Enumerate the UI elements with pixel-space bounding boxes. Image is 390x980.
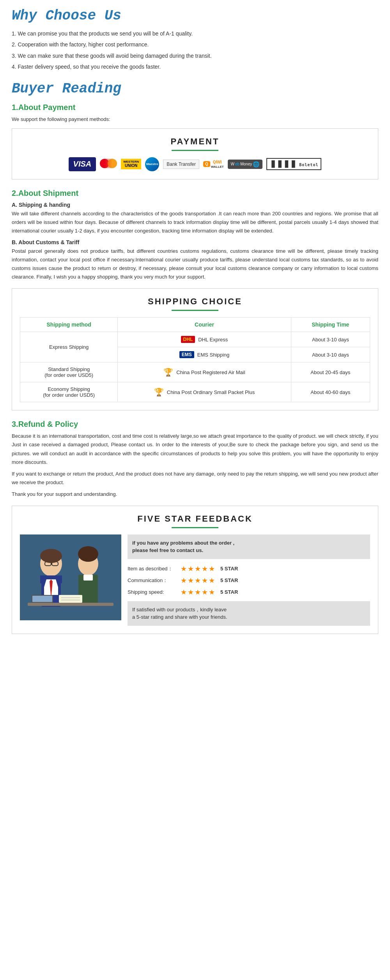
why-choose-us-list: 1. We can promise you that the products … [12, 29, 378, 71]
dhl-courier-cell: DHL DHL Express [118, 332, 291, 347]
economy-time-cell: About 40-60 days [291, 382, 370, 402]
svg-rect-16 [28, 603, 113, 606]
maestro-logo: Maestro [145, 157, 159, 171]
svg-rect-17 [59, 595, 82, 603]
buyer-reading-section: Buyer Reading 1.About Payment We support… [12, 81, 378, 499]
list-item: 1. We can promise you that the products … [12, 29, 378, 38]
shipping-underline [172, 310, 218, 311]
contact-box: if you have any problems about the order… [128, 534, 370, 559]
about-shipment-section: 2.About Shipment A. Shipping & handing W… [12, 189, 378, 411]
feedback-underline [172, 527, 218, 528]
western-union-logo: WESTERN UNION [121, 159, 141, 170]
dhl-name: DHL Express [198, 337, 228, 343]
stars-item: ★★★★★ [181, 565, 216, 573]
shipping-choice-title: SHIPPING CHOICE [20, 296, 370, 307]
five-star-feedback-section: FIVE STAR FEEDBACK [12, 506, 378, 634]
china-post-ordinary-cell: 🏆 China Post Ordinary Small Packet Plus [118, 382, 291, 402]
china-post-ordinary-name: China Post Ordinary Small Packet Plus [167, 389, 255, 395]
star-value-communication: 5 STAR [220, 577, 238, 583]
feedback-title: FIVE STAR FEEDBACK [20, 514, 370, 524]
about-payment-heading: 1.About Payment [12, 103, 378, 112]
payment-underline [172, 150, 218, 151]
payment-logos: VISA WESTERN UNION Maestro Ba [20, 157, 370, 171]
refund-policy-section: 3.Refund & Policy Because it is an inter… [12, 420, 378, 499]
stars-shipping: ★★★★★ [181, 588, 216, 597]
col-shipping-time: Shipping Time [291, 318, 370, 332]
why-choose-us-section: Why Choose Us 1. We can promise you that… [12, 8, 378, 71]
rating-row-communication: Communication： ★★★★★ 5 STAR [128, 576, 370, 585]
china-post-registered-cell: 🏆 China Post Registered Air Mail [118, 362, 291, 382]
about-payment-section: 1.About Payment We support the following… [12, 103, 378, 179]
buyer-reading-title: Buyer Reading [12, 81, 378, 97]
standard-shipping-cell: Standard Shipping(for order over USD5) [20, 362, 118, 382]
ems-time-cell: About 3-10 days [291, 347, 370, 362]
svg-rect-15 [83, 575, 93, 581]
svg-rect-21 [32, 596, 52, 602]
col-shipping-method: Shipping method [20, 318, 118, 332]
rating-label-item: Item as described： [128, 565, 178, 572]
dhl-badge: DHL [181, 336, 195, 343]
svg-rect-0 [20, 534, 121, 620]
visa-logo: VISA [69, 157, 96, 171]
list-item: 3. We can make sure that these goods wil… [12, 51, 378, 60]
table-header-row: Shipping method Courier Shipping Time [20, 318, 370, 332]
bank-transfer-logo: Bank Transfer [163, 160, 199, 169]
rating-label-shipping: Shipping speed: [128, 589, 178, 595]
star-value-item: 5 STAR [220, 566, 238, 572]
rating-row-shipping: Shipping speed: ★★★★★ 5 STAR [128, 588, 370, 597]
rating-row-item: Item as described： ★★★★★ 5 STAR [128, 565, 370, 573]
svg-point-7 [40, 549, 62, 563]
customs-tariff-heading: B. About Customs & Tariff [12, 239, 378, 245]
list-item: 2. Cooperation with the factory, higher … [12, 40, 378, 49]
refund-policy-text3: Thank you for your support and understan… [12, 490, 378, 499]
table-row: Economy Shipping(for order under USD5) 🏆… [20, 382, 370, 402]
qiwi-logo: Q QIWIWALLET [203, 160, 224, 169]
refund-policy-text2: If you want to exchange or return the pr… [12, 470, 378, 487]
list-item: 4. Faster delivery speed, so that you re… [12, 62, 378, 71]
ems-name: EMS Shipping [197, 352, 229, 358]
china-post-icon-2: 🏆 [154, 387, 164, 397]
shipping-handling-text: We will take different channels accordin… [12, 209, 378, 235]
shipping-handling-heading: A. Shipping & handing [12, 202, 378, 208]
feedback-content: if you have any problems about the order… [20, 534, 370, 626]
payment-box: PAYMENT VISA WESTERN UNION [12, 128, 378, 179]
feedback-right: if you have any problems about the order… [128, 534, 370, 626]
express-shipping-cell: Express Shipping [20, 332, 118, 362]
standard-time-cell: About 20-45 days [291, 362, 370, 382]
mastercard-logo [100, 158, 117, 170]
ems-badge: EMS [179, 351, 194, 358]
stars-communication: ★★★★★ [181, 576, 216, 585]
rating-label-communication: Communication： [128, 577, 178, 584]
ems-courier-cell: EMS EMS Shipping [118, 347, 291, 362]
contact-message: if you have any problems about the order… [132, 540, 234, 554]
table-row: Express Shipping DHL DHL Express About 3… [20, 332, 370, 347]
china-post-registered-name: China Post Registered Air Mail [176, 369, 245, 375]
table-row: Standard Shipping(for order over USD5) 🏆… [20, 362, 370, 382]
shipping-choice-box: SHIPPING CHOICE Shipping method Courier … [12, 288, 378, 410]
about-shipment-heading: 2.About Shipment [12, 189, 378, 198]
refund-policy-text1: Because it is an international transport… [12, 432, 378, 466]
boletol-logo: ▐▌▐▌▐▌▐▌ Boletol [266, 158, 321, 170]
feedback-image [20, 534, 121, 620]
page-content: Why Choose Us 1. We can promise you that… [0, 0, 390, 642]
economy-shipping-cell: Economy Shipping(for order under USD5) [20, 382, 118, 402]
satisfied-box: If satisfied with our products，kindly le… [128, 601, 370, 626]
payment-box-title: PAYMENT [20, 137, 370, 147]
refund-policy-heading: 3.Refund & Policy [12, 420, 378, 429]
dhl-time-cell: About 3-10 days [291, 332, 370, 347]
svg-point-14 [78, 546, 98, 562]
webmoney-logo: W eb Money 🌐 [228, 160, 263, 169]
col-courier: Courier [118, 318, 291, 332]
why-choose-us-title: Why Choose Us [12, 8, 378, 24]
shipping-table: Shipping method Courier Shipping Time Ex… [20, 317, 370, 402]
satisfied-message: If satisfied with our products，kindly le… [132, 607, 227, 620]
star-value-shipping: 5 STAR [220, 589, 238, 595]
customs-tariff-text: Postal parcel generally does not produce… [12, 247, 378, 281]
payment-intro: We support the following payment methods… [12, 115, 378, 124]
china-post-icon: 🏆 [163, 368, 173, 377]
